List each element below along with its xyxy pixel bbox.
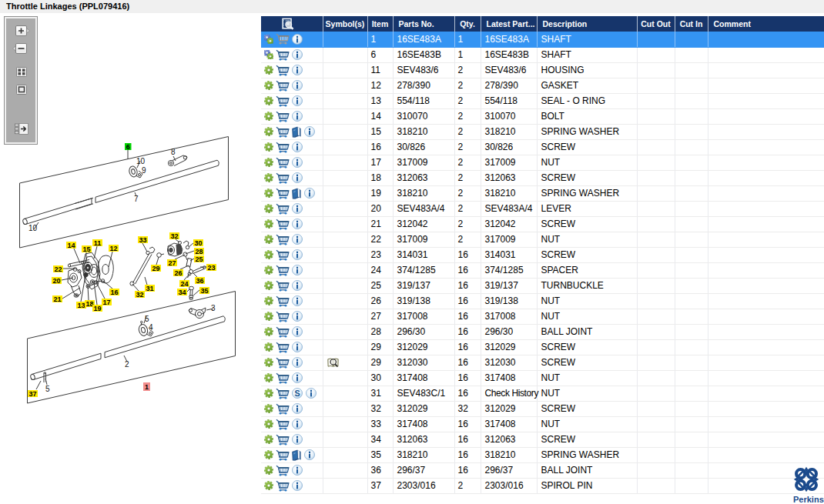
- svg-text:10: 10: [28, 224, 38, 232]
- svg-text:23: 23: [207, 264, 215, 272]
- svg-text:26: 26: [174, 269, 182, 277]
- svg-text:32: 32: [136, 291, 143, 299]
- svg-text:4: 4: [149, 323, 153, 332]
- svg-text:8: 8: [171, 148, 176, 156]
- svg-text:27: 27: [168, 259, 176, 267]
- svg-text:13: 13: [77, 302, 85, 309]
- svg-text:16: 16: [110, 289, 118, 296]
- svg-text:37: 37: [28, 390, 36, 398]
- svg-text:28: 28: [195, 248, 203, 255]
- svg-text:32: 32: [170, 232, 178, 240]
- svg-text:15: 15: [82, 245, 90, 253]
- svg-text:3: 3: [211, 304, 216, 312]
- svg-text:31: 31: [146, 285, 153, 292]
- svg-text:21: 21: [53, 295, 61, 303]
- svg-text:12: 12: [109, 245, 117, 252]
- svg-text:36: 36: [196, 277, 203, 285]
- svg-text:34: 34: [178, 289, 186, 296]
- svg-text:2: 2: [125, 360, 129, 369]
- svg-text:29: 29: [152, 265, 159, 272]
- svg-text:14: 14: [67, 242, 75, 249]
- svg-text:30: 30: [194, 239, 202, 247]
- svg-text:25: 25: [195, 255, 203, 263]
- svg-text:6: 6: [126, 143, 130, 151]
- svg-text:35: 35: [200, 287, 208, 295]
- svg-text:5: 5: [45, 385, 50, 393]
- svg-text:11: 11: [94, 239, 102, 247]
- svg-text:19: 19: [93, 305, 101, 312]
- svg-text:24: 24: [180, 280, 188, 288]
- svg-text:20: 20: [52, 277, 60, 285]
- svg-text:5: 5: [145, 315, 149, 323]
- svg-text:1: 1: [145, 383, 149, 391]
- svg-text:17: 17: [102, 299, 110, 306]
- svg-text:7: 7: [134, 195, 139, 203]
- svg-text:9: 9: [142, 166, 146, 175]
- svg-text:33: 33: [139, 236, 146, 244]
- svg-text:10: 10: [136, 157, 146, 165]
- svg-text:22: 22: [54, 265, 62, 273]
